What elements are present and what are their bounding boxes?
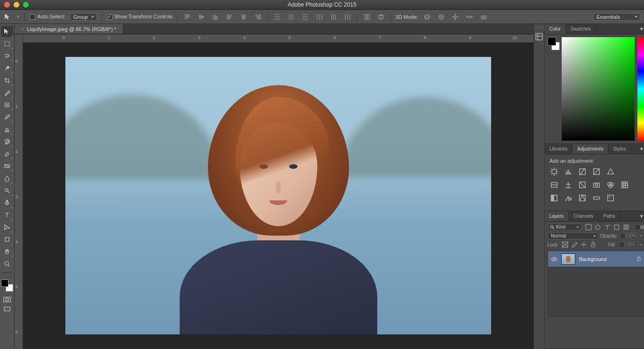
distribute-left-icon[interactable] [315, 12, 324, 22]
close-window-button[interactable] [4, 2, 10, 8]
show-transform-checkbox[interactable]: Show Transform Controls [107, 14, 173, 20]
filter-adjustment-icon[interactable] [595, 224, 601, 230]
filter-shape-icon[interactable] [613, 224, 620, 230]
hue-saturation-icon[interactable] [549, 181, 559, 189]
workspace-switcher[interactable]: Essentials [593, 13, 640, 21]
exposure-icon[interactable] [592, 167, 601, 176]
vertical-ruler[interactable]: 0 1 2 3 4 5 6 [15, 34, 23, 349]
filter-smart-icon[interactable] [623, 224, 629, 230]
hue-slider[interactable] [637, 37, 644, 141]
selective-color-icon[interactable] [606, 194, 615, 202]
layers-panel-menu-icon[interactable]: ▾≡ [639, 211, 644, 221]
filter-pixel-icon[interactable] [585, 224, 592, 230]
levels-icon[interactable] [564, 167, 573, 176]
history-brush-tool[interactable] [1, 136, 13, 147]
horizontal-ruler[interactable]: 0 1 2 3 4 5 6 7 8 9 10 [23, 34, 533, 43]
opacity-value[interactable]: 100% [620, 233, 638, 239]
roll-3d-icon[interactable] [437, 12, 446, 22]
layer-item[interactable]: Background [548, 251, 644, 267]
foreground-color[interactable] [1, 279, 8, 287]
distribute-bottom-icon[interactable] [301, 12, 310, 22]
blur-tool[interactable] [1, 173, 13, 184]
fill-value[interactable]: 100% [619, 242, 637, 248]
toggle-3d-icon[interactable] [376, 12, 386, 22]
zoom-tool[interactable] [1, 258, 13, 270]
pen-tool[interactable] [1, 197, 13, 208]
eyedropper-tool[interactable] [1, 87, 13, 98]
hand-tool[interactable] [1, 246, 13, 257]
quick-mask-icon[interactable] [2, 295, 12, 304]
scale-3d-icon[interactable] [479, 12, 488, 22]
lock-all-icon[interactable] [590, 241, 596, 248]
layer-name[interactable]: Background [579, 256, 607, 262]
auto-align-icon[interactable] [362, 12, 372, 22]
magic-wand-tool[interactable] [1, 63, 13, 74]
move-tool-icon[interactable] [4, 13, 12, 21]
workspace-name[interactable]: Essentials [593, 13, 640, 21]
path-selection-tool[interactable] [1, 222, 13, 233]
posterize-icon[interactable] [564, 194, 573, 202]
lock-position-icon[interactable] [580, 241, 587, 248]
align-vertical-centers-icon[interactable] [197, 12, 206, 22]
layer-target-dropdown[interactable]: Group [70, 13, 97, 21]
tab-swatches[interactable]: Swatches [566, 24, 596, 34]
align-right-edges-icon[interactable] [253, 12, 262, 22]
blend-mode-dropdown[interactable]: Normal [548, 232, 598, 239]
layer-filter-kind-dropdown[interactable]: Kind [548, 223, 581, 230]
tab-color[interactable]: Color [545, 24, 566, 34]
photo-filter-icon[interactable] [592, 181, 601, 189]
slide-3d-icon[interactable] [465, 12, 474, 22]
distribute-top-icon[interactable] [272, 12, 282, 22]
align-bottom-edges-icon[interactable] [211, 12, 220, 22]
color-panel-menu-icon[interactable]: ▾≡ [639, 24, 644, 34]
tab-paths[interactable]: Paths [598, 211, 620, 221]
tab-libraries[interactable]: Libraries [545, 144, 572, 154]
brightness-contrast-icon[interactable] [549, 167, 559, 176]
lock-pixels-icon[interactable] [571, 241, 578, 248]
auto-select-checkbox[interactable]: Auto-Select: [30, 14, 65, 20]
color-field[interactable] [562, 37, 635, 141]
lock-transparency-icon[interactable] [562, 241, 568, 248]
clone-stamp-tool[interactable] [1, 124, 13, 135]
gradient-tool[interactable] [1, 160, 13, 172]
tab-channels[interactable]: Channels [569, 211, 598, 221]
color-lookup-icon[interactable] [620, 181, 629, 189]
foreground-background-colors[interactable] [1, 279, 13, 292]
screen-mode-icon[interactable] [2, 305, 12, 313]
tab-layers[interactable]: Layers [545, 211, 569, 221]
align-left-edges-icon[interactable] [225, 12, 234, 22]
black-white-icon[interactable] [578, 181, 587, 189]
threshold-icon[interactable] [578, 194, 587, 202]
tab-styles[interactable]: Styles [608, 144, 631, 154]
layer-visibility-icon[interactable] [551, 256, 557, 262]
tab-adjustments[interactable]: Adjustments [572, 144, 608, 154]
gradient-map-icon[interactable] [592, 194, 601, 202]
canvas-viewport[interactable]: 0 1 2 3 4 5 6 0 1 2 3 4 5 6 7 8 9 10 [15, 34, 533, 349]
distribute-vcenter-icon[interactable] [286, 12, 296, 22]
shape-tool[interactable] [1, 234, 13, 245]
distribute-hcenter-icon[interactable] [329, 12, 338, 22]
orbit-3d-icon[interactable] [422, 12, 432, 22]
invert-icon[interactable] [549, 194, 559, 202]
channel-mixer-icon[interactable] [606, 181, 615, 189]
color-balance-icon[interactable] [564, 181, 573, 189]
layer-thumbnail[interactable] [561, 254, 575, 265]
marquee-tool[interactable] [1, 38, 13, 49]
color-panel-swatches[interactable] [548, 37, 559, 141]
move-tool[interactable] [1, 26, 13, 37]
vibrance-icon[interactable] [606, 167, 615, 176]
crop-tool[interactable] [1, 75, 13, 86]
canvas-image[interactable] [65, 57, 491, 334]
lasso-tool[interactable] [1, 50, 13, 62]
distribute-right-icon[interactable] [343, 12, 352, 22]
adjustments-panel-menu-icon[interactable]: ▾≡ [639, 144, 644, 154]
pan-3d-icon[interactable] [451, 12, 460, 22]
minimize-window-button[interactable] [14, 2, 19, 8]
history-panel-icon[interactable] [534, 32, 544, 42]
eraser-tool[interactable] [1, 148, 13, 159]
layer-filter-toggle[interactable] [635, 224, 644, 230]
type-tool[interactable] [1, 209, 13, 221]
align-top-edges-icon[interactable] [183, 12, 192, 22]
brush-tool[interactable] [1, 111, 13, 123]
align-horizontal-centers-icon[interactable] [239, 12, 248, 22]
